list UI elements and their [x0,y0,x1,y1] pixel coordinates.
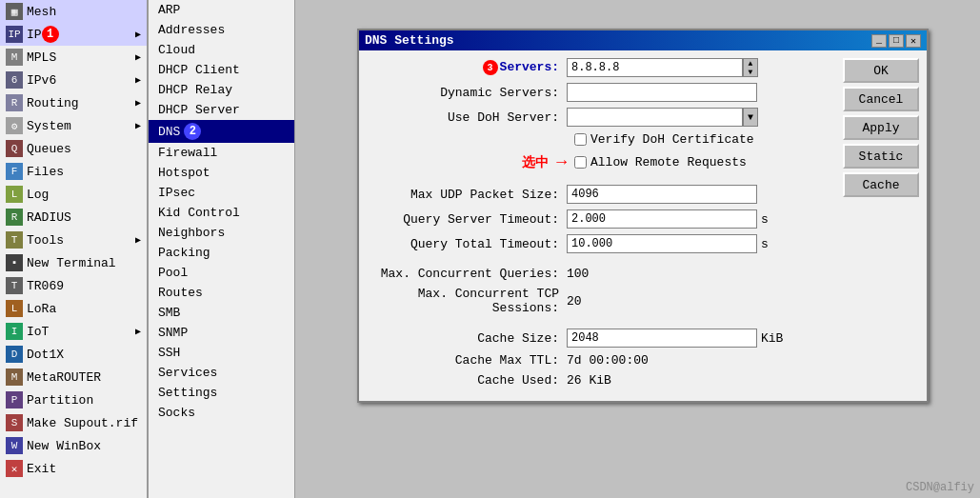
sidebar-item-partition[interactable]: P Partition [0,388,147,411]
sidebar-item-winbox[interactable]: W New WinBox [0,434,147,457]
allow-remote-row: 选中 → Allow Remote Requests [367,152,835,171]
spinner-up[interactable]: ▲ [744,59,757,68]
minimize-button[interactable]: _ [871,34,887,48]
spinner-down[interactable]: ▼ [744,68,757,76]
submenu-item-settings[interactable]: Settings [149,383,294,403]
doh-server-label: Use DoH Server: [367,110,567,125]
sidebar-item-mesh[interactable]: ▦ Mesh [0,0,147,23]
sidebar-label-dot1x: Dot1X [27,348,64,362]
submenu-item-firewall[interactable]: Firewall [149,143,294,163]
sidebar-item-log[interactable]: L Log [0,183,147,206]
cache-size-label: Cache Size: [367,331,567,346]
submenu-item-neighbors[interactable]: Neighbors [149,223,294,243]
sidebar-item-mpls[interactable]: M MPLS ▶ [0,46,147,69]
submenu-item-hotspot[interactable]: Hotspot [149,163,294,183]
close-button[interactable]: ✕ [906,34,921,48]
submenu-item-ipsec[interactable]: IPsec [149,183,294,203]
sidebar-item-queues[interactable]: Q Queues [0,137,147,160]
sidebar-item-ipv6[interactable]: 6 IPv6 ▶ [0,69,147,91]
tr069-icon: T [6,277,23,294]
submenu-item-routes[interactable]: Routes [149,283,294,303]
servers-input[interactable] [567,58,743,77]
dialog-title: DNS Settings [365,33,454,48]
sidebar-item-exit[interactable]: ✕ Exit [0,457,147,480]
verify-doh-checkbox[interactable] [574,133,587,146]
submenu-item-pool[interactable]: Pool [149,263,294,283]
submenu-item-dhcp-relay[interactable]: DHCP Relay [149,80,294,100]
sidebar-label-log: Log [27,188,49,202]
submenu-item-dhcp-server[interactable]: DHCP Server [149,100,294,120]
submenu-label-dhcp-relay: DHCP Relay [158,83,232,97]
sidebar-item-newterminal[interactable]: ▪ New Terminal [0,251,147,274]
cache-size-input[interactable] [567,329,757,348]
query-total-timeout-unit: s [761,237,769,251]
max-concurrent-tcp-value: 20 [567,294,582,309]
annotation-arrow: → [556,152,567,171]
annotation-area: 选中 → [367,152,574,171]
sidebar-item-iot[interactable]: I IoT ▶ [0,320,147,343]
maximize-button[interactable]: □ [889,34,904,48]
queues-icon: Q [6,140,23,157]
sidebar-label-mesh: Mesh [27,5,56,19]
ip-icon: IP [6,26,23,43]
sidebar-item-system[interactable]: ⚙ System ▶ [0,114,147,137]
submenu-item-ssh[interactable]: SSH [149,343,294,363]
sidebar-item-routing[interactable]: R Routing ▶ [0,91,147,114]
doh-server-input[interactable] [567,108,743,127]
ok-button[interactable]: OK [843,58,919,83]
submenu-item-dhcp-client[interactable]: DHCP Client [149,60,294,80]
submenu-item-dns[interactable]: DNS 2 [149,120,294,143]
sidebar-label-lora: LoRa [27,302,56,316]
static-button[interactable]: Static [843,144,919,169]
submenu-item-services[interactable]: Services [149,363,294,383]
query-total-timeout-label: Query Total Timeout: [367,237,567,251]
winbox-icon: W [6,437,23,454]
submenu-label-dhcp-server: DHCP Server [158,103,240,117]
submenu-item-kid-control[interactable]: Kid Control [149,203,294,223]
cancel-button[interactable]: Cancel [843,87,919,111]
cache-button[interactable]: Cache [843,172,919,197]
sidebar-item-make[interactable]: S Make Supout.rif [0,411,147,434]
sidebar-label-make: Make Supout.rif [27,416,138,430]
verify-doh-row: Verify DoH Certificate [574,132,835,147]
servers-label: 3Servers: [367,60,567,76]
sidebar-label-system: System [27,119,71,133]
submenu-item-addresses[interactable]: Addresses [149,20,294,40]
sidebar-item-ip[interactable]: IP IP 1 ▶ [0,23,147,46]
apply-button[interactable]: Apply [843,115,919,140]
sidebar-item-files[interactable]: F Files [0,160,147,183]
query-total-timeout-input[interactable] [567,234,757,253]
sidebar-item-radius[interactable]: R RADIUS [0,206,147,229]
submenu-item-smb[interactable]: SMB [149,303,294,323]
sidebar-item-tr069[interactable]: T TR069 [0,274,147,297]
files-icon: F [6,163,23,180]
servers-label-text: 3Servers: [483,60,559,74]
query-total-timeout-row: Query Total Timeout: s [367,234,835,253]
submenu-item-socks[interactable]: Socks [149,403,294,423]
submenu-item-arp[interactable]: ARP [149,0,294,20]
submenu-item-snmp[interactable]: SNMP [149,323,294,343]
sidebar: ▦ Mesh IP IP 1 ▶ M MPLS ▶ 6 IPv6 ▶ R Rou… [0,0,148,498]
max-udp-input[interactable] [567,185,757,204]
dialog-body: 3Servers: ▲ ▼ Dynamic Servers: Use DoH S… [359,50,927,401]
sidebar-item-metarouter[interactable]: M MetaROUTER [0,366,147,388]
cache-max-ttl-row: Cache Max TTL: 7d 00:00:00 [367,353,835,368]
servers-spinner[interactable]: ▲ ▼ [743,58,758,77]
submenu-item-cloud[interactable]: Cloud [149,40,294,60]
system-icon: ⚙ [6,117,23,134]
allow-remote-checkbox[interactable] [574,156,587,169]
dynamic-servers-input[interactable] [567,83,757,102]
sidebar-item-lora[interactable]: L LoRa [0,297,147,320]
doh-dropdown-container: ▼ [567,108,758,127]
sidebar-label-radius: RADIUS [27,210,71,225]
query-server-timeout-input[interactable] [567,209,757,229]
submenu-item-packing[interactable]: Packing [149,243,294,263]
sidebar-item-tools[interactable]: T Tools ▶ [0,229,147,251]
annotation-text: 选中 [522,155,549,170]
query-server-timeout-label: Query Server Timeout: [367,212,567,227]
sidebar-item-dot1x[interactable]: D Dot1X [0,343,147,366]
cache-used-label: Cache Used: [367,373,567,388]
submenu-label-snmp: SNMP [158,326,188,340]
partition-icon: P [6,391,23,408]
doh-dropdown-button[interactable]: ▼ [743,108,758,127]
